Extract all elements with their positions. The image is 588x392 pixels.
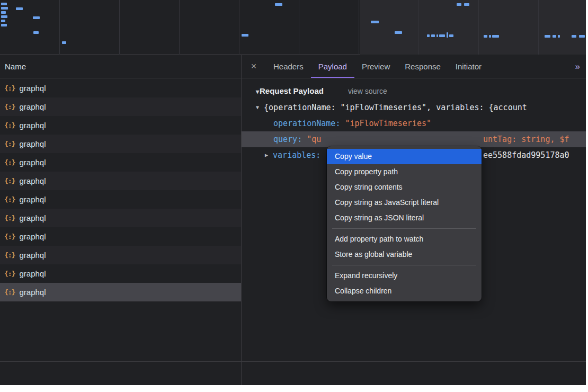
name-column-header[interactable]: Name bbox=[0, 55, 241, 78]
request-row[interactable]: {:}graphql bbox=[0, 116, 241, 135]
property-key: query: bbox=[273, 135, 307, 144]
tab-label: Payload bbox=[318, 62, 347, 71]
tab-preview[interactable]: Preview bbox=[354, 55, 397, 78]
request-row[interactable]: {:}graphql bbox=[0, 246, 241, 264]
property-value-left: "qu bbox=[307, 135, 321, 144]
request-row-label: graphql bbox=[19, 158, 46, 167]
menu-item-copy-property-path[interactable]: Copy property path bbox=[327, 164, 482, 180]
request-row-label: graphql bbox=[19, 251, 46, 260]
json-file-icon: {:} bbox=[4, 84, 15, 92]
overview-bars-layer bbox=[0, 0, 586, 55]
context-menu: Copy value Copy property path Copy strin… bbox=[327, 146, 482, 301]
menu-item-copy-string-js-literal[interactable]: Copy string as JavaScript literal bbox=[327, 195, 482, 210]
tab-label: Headers bbox=[273, 62, 304, 71]
tree-root-line[interactable]: ▼ {operationName: "ipFlowTimeseries", va… bbox=[242, 100, 586, 115]
close-icon: × bbox=[251, 61, 257, 72]
request-row-label: graphql bbox=[19, 288, 46, 297]
tab-headers[interactable]: Headers bbox=[266, 55, 311, 78]
detail-tab-bar: × Headers Payload Preview Response Initi… bbox=[242, 55, 586, 78]
section-title: Request Payload bbox=[260, 86, 324, 95]
menu-item-copy-string-contents[interactable]: Copy string contents bbox=[327, 180, 482, 195]
menu-item-expand-recursively[interactable]: Expand recursively bbox=[327, 268, 482, 283]
chevron-double-right-icon: » bbox=[575, 61, 579, 72]
timeline-bar bbox=[242, 34, 248, 37]
json-file-icon: {:} bbox=[4, 251, 15, 259]
json-file-icon: {:} bbox=[4, 233, 15, 240]
menu-separator bbox=[332, 265, 476, 265]
menu-item-store-as-global-variable[interactable]: Store as global variable bbox=[327, 247, 482, 262]
view-source-link[interactable]: view source bbox=[348, 87, 387, 95]
menu-item-add-property-path-to-watch[interactable]: Add property path to watch bbox=[327, 231, 482, 247]
timeline-bar bbox=[1, 24, 7, 26]
request-row-selected[interactable]: {:}graphql bbox=[0, 283, 241, 301]
request-row[interactable]: {:}graphql bbox=[0, 79, 241, 97]
timeline-bar bbox=[492, 35, 499, 38]
tree-line-operation-name[interactable]: operationName: "ipFlowTimeseries" bbox=[242, 115, 586, 131]
devtools-screenshot: Name {:}graphql {:}graphql {:}graphql {:… bbox=[0, 0, 588, 392]
more-tabs-button[interactable]: » bbox=[568, 55, 586, 78]
request-row-label: graphql bbox=[19, 213, 46, 222]
timeline-bar bbox=[447, 32, 448, 38]
request-payload-section-header[interactable]: ▾Request Payload view source bbox=[242, 78, 586, 100]
property-key: variables: bbox=[273, 150, 320, 160]
timeline-bar bbox=[558, 35, 560, 38]
property-value-right: untTag: string, $f bbox=[483, 131, 569, 147]
menu-item-collapse-children[interactable]: Collapse children bbox=[327, 283, 482, 299]
timeline-bar bbox=[275, 3, 282, 6]
collapsed-triangle-icon[interactable]: ▶ bbox=[265, 147, 268, 163]
request-row-label: graphql bbox=[19, 139, 46, 148]
timeline-bar bbox=[371, 21, 379, 23]
timeline-bar bbox=[427, 34, 430, 37]
request-row[interactable]: {:}graphql bbox=[0, 190, 241, 209]
json-file-icon: {:} bbox=[4, 121, 15, 129]
timeline-bar bbox=[1, 20, 5, 22]
timeline-bar bbox=[1, 11, 6, 14]
timeline-bar bbox=[553, 35, 556, 38]
request-row-label: graphql bbox=[19, 176, 46, 185]
json-file-icon: {:} bbox=[4, 103, 15, 111]
json-file-icon: {:} bbox=[4, 195, 15, 203]
property-key: operationName: bbox=[273, 119, 345, 128]
json-file-icon: {:} bbox=[4, 288, 15, 296]
tab-initiator[interactable]: Initiator bbox=[448, 55, 489, 78]
network-overview[interactable] bbox=[0, 0, 586, 55]
tab-response[interactable]: Response bbox=[397, 55, 448, 78]
request-row[interactable]: {:}graphql bbox=[0, 97, 241, 116]
timeline-bar bbox=[436, 34, 438, 37]
request-row-label: graphql bbox=[19, 121, 46, 130]
property-value-right: ee5588fdad995178a0 bbox=[483, 147, 569, 163]
tree-line-query-selected[interactable]: query: "quuntTag: string, $f bbox=[242, 131, 586, 147]
timeline-bar bbox=[457, 3, 461, 6]
timeline-bar bbox=[1, 15, 7, 18]
menu-item-copy-string-json-literal[interactable]: Copy string as JSON literal bbox=[327, 210, 482, 226]
json-file-icon: {:} bbox=[4, 140, 15, 148]
request-row[interactable]: {:}graphql bbox=[0, 172, 241, 190]
timeline-bar bbox=[449, 34, 453, 37]
close-panel-button[interactable]: × bbox=[242, 55, 266, 78]
timeline-bar bbox=[395, 31, 402, 34]
timeline-bar bbox=[431, 34, 435, 37]
request-row[interactable]: {:}graphql bbox=[0, 227, 241, 246]
request-row[interactable]: {:}graphql bbox=[0, 153, 241, 172]
timeline-bar bbox=[464, 3, 469, 6]
request-row[interactable]: {:}graphql bbox=[0, 264, 241, 283]
timeline-bar bbox=[62, 41, 66, 44]
timeline-bar bbox=[1, 7, 8, 10]
timeline-bar bbox=[545, 35, 550, 38]
root-object-preview: {operationName: "ipFlowTimeseries", vari… bbox=[264, 103, 527, 112]
request-row[interactable]: {:}graphql bbox=[0, 209, 241, 227]
timeline-bar bbox=[579, 35, 585, 38]
section-expanded-icon: ▾ bbox=[256, 88, 259, 95]
request-row-label: graphql bbox=[19, 269, 46, 278]
expanded-triangle-icon[interactable]: ▼ bbox=[256, 100, 259, 115]
menu-item-copy-value[interactable]: Copy value bbox=[327, 149, 482, 164]
timeline-bar bbox=[484, 35, 487, 38]
json-file-icon: {:} bbox=[4, 177, 15, 185]
tab-payload[interactable]: Payload bbox=[311, 55, 354, 78]
request-row[interactable]: {:}graphql bbox=[0, 135, 241, 153]
menu-separator bbox=[332, 228, 476, 229]
json-file-icon: {:} bbox=[4, 270, 15, 278]
timeline-bar bbox=[1, 3, 7, 5]
timeline-bar bbox=[33, 31, 39, 34]
request-row-label: graphql bbox=[19, 195, 46, 204]
